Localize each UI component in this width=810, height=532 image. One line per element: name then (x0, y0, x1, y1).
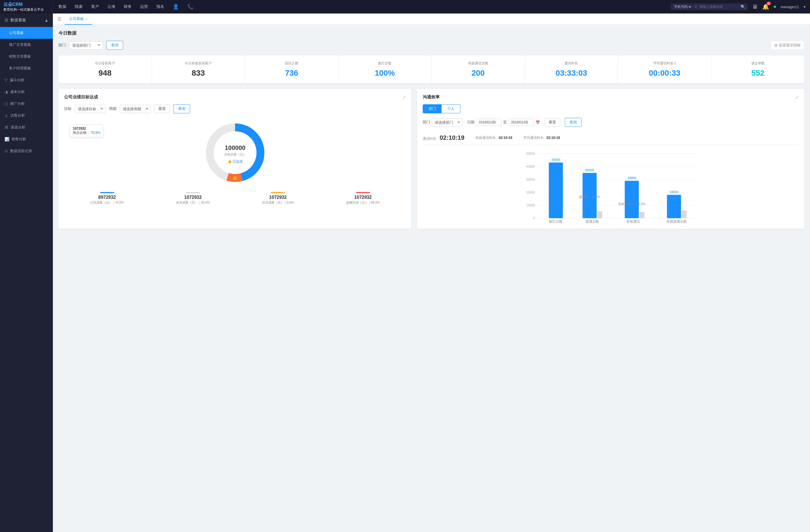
comm-date-label: 日期 (467, 120, 474, 125)
target-select[interactable]: 请选择目标 (75, 105, 106, 113)
stat-value-6: 00:00:33 (623, 69, 707, 78)
dept-select[interactable]: 请选择部门 (69, 41, 103, 49)
sidebar-item-promo-board[interactable]: 推广主管看板 (0, 39, 53, 51)
comm-tab-personal[interactable]: 个人 (441, 105, 460, 113)
stat-card-4: 有效通话次数 200 (432, 55, 525, 83)
bell-icon[interactable]: 🔔 5 (762, 3, 769, 10)
sidebar-item-cost[interactable]: ◑ 成本分析 (0, 86, 53, 98)
svg-text:50000: 50000 (526, 152, 535, 155)
bar-effective-gray (639, 212, 645, 218)
stat-card-1: 今日有效首咨客户 833 (152, 55, 245, 83)
stat-label-6: 平均通话时长 ℹ (623, 61, 707, 66)
stat-value-5: 03:33:03 (529, 69, 613, 78)
promo-icon: ⬡ (4, 101, 8, 106)
nav-public[interactable]: 公海 (108, 3, 115, 11)
bottom-row: 公司业绩目标达成 ⤢ 目标 请选择目标 周期 请选择周期 重置 查询 (59, 89, 804, 229)
search-type-select[interactable]: 手机号码 (673, 4, 692, 9)
sales-icon: 📊 (4, 137, 9, 142)
settings-icon: ⚙ (774, 43, 778, 48)
svg-text:有效接通率：70.9%: 有效接通率：70.9% (618, 202, 646, 205)
date-end-input[interactable] (508, 119, 534, 126)
legend-bar-0 (100, 192, 114, 193)
nav-signup[interactable]: 报名 (156, 3, 164, 11)
search-box[interactable]: 手机号码 ▼ 🔍 (671, 3, 748, 10)
sidebar-item-channel[interactable]: ⌘ 渠道分析 (0, 121, 53, 133)
menu-toggle-icon[interactable]: ☰ (58, 16, 61, 22)
legend-3: 1072932 超额完成（元）｜89.9% (346, 192, 380, 205)
legend-row: 8972932 已完成量（元）｜70.9% 1072932 未完成量（元）｜20… (64, 192, 406, 205)
nav-ops[interactable]: 运营 (140, 3, 148, 11)
comm-expand-icon[interactable]: ⤢ (795, 95, 799, 100)
monitor-icon[interactable]: 🖥 (752, 4, 758, 10)
svg-text:👍 已达成: 👍 已达成 (227, 159, 242, 163)
donut-tooltip: 1072932 所占比例： 70.9% (70, 124, 103, 137)
phone-icon[interactable]: 📞 (187, 4, 194, 10)
comm-panel: 沟通效率 ⤢ 部门 个人 部门 请选择部门 (417, 89, 804, 229)
tab-close-icon[interactable]: × (85, 17, 87, 21)
legend-val-0: 8972932 (90, 195, 124, 200)
svg-text:有效接通次数: 有效接通次数 (667, 220, 687, 223)
comm-tab-dept[interactable]: 部门 (423, 105, 441, 113)
bar-eff-connect (667, 195, 681, 218)
svg-text:35000: 35000 (585, 168, 594, 172)
main-layout: ⊞ 数据看板 ▲ 公司看板 推广主管看板 销售主管看板 客户经理看板 ▽ 漏斗分… (0, 14, 810, 532)
nav-leads[interactable]: 线索 (75, 3, 83, 11)
svg-text:20000: 20000 (526, 190, 535, 194)
channel-icon: ⌘ (4, 125, 9, 130)
sidebar-item-sales-board[interactable]: 销售主管看板 (0, 51, 53, 63)
sidebar-header-dashboard[interactable]: ⊞ 数据看板 ▲ (0, 14, 53, 27)
stat-card-0: 今日首咨客户 948 (59, 55, 152, 83)
sidebar-item-visitor[interactable]: ♙ 访客分析 (0, 110, 53, 121)
search-input[interactable] (699, 5, 739, 9)
stat-card-3: 拨打次数 100% (338, 55, 432, 83)
tab-company-board[interactable]: 公司看板 × (65, 14, 92, 25)
business-query-btn[interactable]: 查询 (173, 104, 190, 113)
sidebar-item-manager-board[interactable]: 客户经理看板 (0, 63, 53, 74)
search-icon[interactable]: 🔍 (741, 4, 745, 9)
svg-text:有效通话: 有效通话 (627, 220, 640, 223)
donut-chart: 100000 目标总量（元） 👍 已达成 (201, 119, 269, 186)
nav-finance[interactable]: 财务 (124, 3, 132, 11)
period-select[interactable]: 请选择周期 (120, 105, 151, 113)
stat-label-0: 今日首咨客户 (63, 61, 147, 66)
bar-dial (549, 163, 563, 218)
sidebar: ⊞ 数据看板 ▲ 公司看板 推广主管看板 销售主管看板 客户经理看板 ▽ 漏斗分… (0, 14, 53, 532)
svg-text:100000: 100000 (225, 144, 245, 151)
comm-query-btn[interactable]: 查询 (565, 118, 582, 127)
comm-reset-btn[interactable]: 重置 (545, 118, 560, 127)
business-panel-header: 公司业绩目标达成 ⤢ (64, 95, 406, 100)
sidebar-item-sales[interactable]: 📊 销售分析 (0, 133, 53, 145)
bar-effective (625, 181, 639, 218)
stat-card-6: 平均通话时长 ℹ 00:00:33 (618, 55, 712, 83)
legend-val-2: 1072932 (262, 195, 294, 200)
nav-data[interactable]: 数据 (59, 3, 66, 11)
sidebar-item-company-board[interactable]: 公司看板 (0, 27, 53, 39)
dropdown-arrow-icon[interactable]: ▾ (804, 4, 806, 9)
stat-label-3: 拨打次数 (343, 61, 427, 66)
calendar-icon[interactable]: 📅 (535, 120, 540, 124)
nav-customers[interactable]: 客户 (91, 3, 99, 11)
target-filters: 目标 请选择目标 周期 请选择周期 重置 查询 (64, 104, 406, 113)
business-reset-btn[interactable]: 重置 (154, 105, 170, 113)
comm-filter-row: 部门 请选择部门 日期 至 📅 (423, 118, 799, 127)
date-start-input[interactable] (476, 119, 501, 126)
stat-value-3: 100% (343, 69, 427, 78)
today-query-btn[interactable]: 查询 (106, 41, 123, 50)
expand-icon[interactable]: ⤢ (403, 95, 406, 100)
comm-dept-select[interactable]: 请选择部门 (432, 118, 463, 127)
sidebar-item-data-flow[interactable]: ⊙ 数据流转记录 (0, 145, 53, 157)
manager-name[interactable]: manager11 (780, 5, 799, 9)
settings-display-btn[interactable]: ⚙ 设置显示指标 (771, 41, 804, 50)
comm-duration-val: 02:10:19 (440, 134, 464, 141)
sidebar-item-funnel[interactable]: ▽ 漏斗分析 (0, 74, 53, 86)
comm-panel-header: 沟通效率 ⤢ (423, 95, 799, 100)
comm-stat-avg: 平均通话时长 02:10:19 (523, 135, 560, 140)
svg-text:40000: 40000 (526, 165, 535, 168)
sidebar-item-promo[interactable]: ⬡ 推广分析 (0, 98, 53, 110)
svg-text:目标总量（元）: 目标总量（元） (224, 153, 246, 156)
svg-text:29000: 29000 (628, 176, 636, 180)
person-icon[interactable]: 👤 (173, 4, 179, 10)
tab-bar: ☰ 公司看板 × (53, 14, 810, 25)
comm-tab-group: 部门 个人 (423, 104, 460, 113)
stat-label-7: 成交单数 (716, 61, 800, 66)
